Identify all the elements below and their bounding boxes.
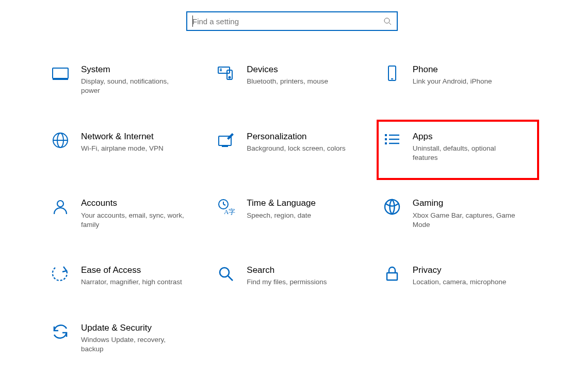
tile-gaming[interactable]: Gaming Xbox Game Bar, captures, Game Mod… [381, 195, 535, 232]
tile-title: Time & Language [247, 198, 316, 208]
tile-title: Search [247, 265, 327, 275]
tile-ease-of-access[interactable]: Ease of Access Narrator, magnifier, high… [49, 263, 203, 289]
tile-desc: Uninstall, defaults, optional features [413, 144, 518, 162]
privacy-icon [383, 265, 401, 283]
svg-point-6 [229, 77, 231, 78]
tile-desc: Bluetooth, printers, mouse [247, 77, 328, 86]
tile-title: Gaming [413, 198, 518, 208]
tile-title: Apps [413, 131, 518, 142]
tile-title: Ease of Access [81, 265, 182, 275]
ease-of-access-icon [51, 265, 70, 283]
tile-desc: Link your Android, iPhone [413, 77, 492, 86]
tile-apps[interactable]: Apps Uninstall, defaults, optional featu… [377, 120, 539, 181]
svg-point-28 [220, 268, 229, 277]
svg-rect-2 [53, 68, 68, 78]
apps-icon [383, 131, 401, 150]
tile-system[interactable]: System Display, sound, notifications, po… [49, 62, 203, 98]
network-icon [51, 131, 70, 150]
tile-network[interactable]: Network & Internet Wi-Fi, airplane mode,… [49, 129, 203, 165]
tile-title: Accounts [81, 198, 187, 208]
tile-title: Phone [413, 64, 492, 75]
search-input-container[interactable] [186, 11, 398, 31]
svg-rect-16 [385, 134, 387, 136]
svg-rect-17 [385, 138, 387, 140]
svg-rect-30 [387, 273, 397, 280]
tile-title: Devices [247, 64, 328, 75]
tile-title: Privacy [413, 265, 507, 275]
tile-title: Update & Security [81, 322, 187, 333]
svg-text:A字: A字 [224, 208, 235, 216]
tile-search[interactable]: Search Find my files, permissions [215, 263, 369, 289]
tile-time-language[interactable]: A字 Time & Language Speech, region, date [215, 195, 369, 232]
svg-line-1 [389, 23, 391, 25]
tile-desc: Find my files, permissions [247, 277, 327, 287]
tile-accounts[interactable]: Accounts Your accounts, email, sync, wor… [49, 195, 203, 232]
svg-rect-9 [388, 66, 396, 80]
tile-privacy[interactable]: Privacy Location, camera, microphone [381, 263, 535, 289]
svg-line-29 [228, 276, 233, 281]
devices-icon [217, 64, 235, 83]
accounts-icon [51, 198, 70, 216]
svg-rect-18 [385, 142, 387, 144]
phone-icon [383, 64, 401, 83]
tile-desc: Background, lock screen, colors [247, 144, 345, 153]
text-caret [192, 15, 193, 27]
gaming-icon [383, 198, 401, 216]
tile-title: System [81, 64, 187, 75]
tile-devices[interactable]: Devices Bluetooth, printers, mouse [215, 62, 369, 98]
tile-desc: Narrator, magnifier, high contrast [81, 277, 182, 287]
svg-line-25 [223, 204, 225, 205]
time-language-icon: A字 [217, 198, 235, 216]
svg-point-27 [385, 200, 399, 214]
update-security-icon [51, 322, 70, 341]
search-input[interactable] [192, 17, 379, 26]
svg-point-22 [57, 201, 63, 207]
tile-personalization[interactable]: Personalization Background, lock screen,… [215, 129, 369, 165]
tile-title: Personalization [247, 131, 345, 142]
tile-desc: Speech, region, date [247, 211, 316, 220]
tile-update-security[interactable]: Update & Security Windows Update, recove… [49, 320, 203, 356]
tile-desc: Location, camera, microphone [413, 277, 507, 287]
search-tile-icon [217, 265, 235, 283]
search-icon [383, 17, 392, 25]
tile-desc: Xbox Game Bar, captures, Game Mode [413, 211, 518, 230]
settings-grid: System Display, sound, notifications, po… [0, 62, 584, 356]
tile-title: Network & Internet [81, 131, 164, 142]
tile-phone[interactable]: Phone Link your Android, iPhone [381, 62, 535, 98]
personalization-icon [217, 131, 235, 150]
tile-desc: Wi-Fi, airplane mode, VPN [81, 144, 164, 153]
tile-desc: Your accounts, email, sync, work, family [81, 211, 187, 230]
system-icon [51, 64, 70, 83]
tile-desc: Windows Update, recovery, backup [81, 335, 187, 354]
tile-desc: Display, sound, notifications, power [81, 77, 187, 95]
svg-point-0 [384, 18, 390, 23]
